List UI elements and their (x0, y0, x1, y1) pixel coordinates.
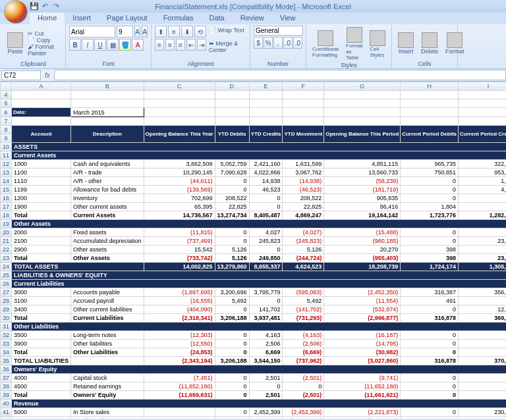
tab-insert[interactable]: Insert (65, 13, 99, 24)
select-all[interactable] (1, 82, 12, 91)
align-top-button[interactable]: ⬆ (155, 26, 167, 38)
tab-review[interactable]: Review (233, 13, 272, 24)
format-painter-button[interactable]: 🖌 Format Painter (28, 43, 62, 57)
tab-page-layout[interactable]: Page Layout (99, 13, 155, 24)
font-color-button[interactable]: A (132, 39, 144, 51)
quick-access-toolbar: 💾 ↶ ↷ (3, 1, 61, 11)
undo-icon[interactable]: ↶ (40, 1, 50, 11)
currency-button[interactable]: $ (254, 37, 263, 49)
col-header-H[interactable]: H (401, 82, 459, 91)
format-cells-button[interactable]: Format (443, 31, 467, 56)
copy-button[interactable]: 📄 Copy (28, 37, 62, 43)
redo-icon[interactable]: ↷ (51, 1, 61, 11)
col-header-E[interactable]: E (249, 82, 283, 91)
merge-button[interactable]: ⬌ Merge & Center (208, 39, 246, 55)
format-icon (447, 32, 463, 48)
grow-font-button[interactable]: A (134, 26, 140, 38)
col-header-C[interactable]: C (144, 82, 215, 91)
number-format-select[interactable] (254, 26, 303, 36)
conditional-formatting-button[interactable]: Conditional Formatting (310, 29, 341, 59)
italic-button[interactable]: I (82, 39, 94, 51)
delete-cells-button[interactable]: Delete (418, 31, 441, 56)
underline-button[interactable]: U (94, 39, 106, 51)
font-size-select[interactable] (117, 26, 133, 38)
delete-icon (422, 32, 437, 48)
section-header: Other Assets (12, 220, 506, 228)
section-header: Revenue (12, 400, 506, 408)
table-icon (347, 27, 362, 43)
align-middle-button[interactable]: ≡ (168, 26, 180, 38)
section-header: LIABILITIES & OWNERS' EQUITY (12, 271, 506, 280)
increase-decimal-button[interactable]: .0 (283, 37, 293, 49)
fx-icon[interactable]: fx (45, 72, 50, 79)
office-button[interactable] (4, 0, 28, 24)
insert-icon (398, 32, 414, 48)
align-bottom-button[interactable]: ⬇ (181, 26, 193, 38)
worksheet-grid[interactable]: ABCDEFGHIJK456Date:March 201578AccountDe… (0, 82, 506, 419)
paste-icon (7, 32, 23, 48)
indent-left-button[interactable]: ⇤ (186, 39, 196, 51)
row-header[interactable]: 7 (1, 117, 12, 126)
percent-button[interactable]: % (264, 37, 273, 49)
title-bar: 💾 ↶ ↷ FinancialStatement.xls [Compatibil… (0, 0, 506, 13)
col-header-A[interactable]: A (12, 82, 71, 91)
fill-color-button[interactable]: 🪣 (119, 39, 131, 51)
window-title: FinancialStatement.xls [Compatibility Mo… (155, 3, 351, 11)
section-header: ASSETS (12, 143, 506, 151)
paste-button[interactable]: Paste (5, 31, 26, 56)
ribbon-tabs: HomeInsertPage LayoutFormulasDataReviewV… (0, 13, 506, 24)
cell-styles-button[interactable]: Cell Styles (367, 29, 388, 59)
orientation-button[interactable]: ⟲ (194, 26, 206, 38)
align-center-button[interactable]: ≡ (165, 39, 175, 51)
date-value[interactable]: March 2015 (71, 108, 144, 117)
save-icon[interactable]: 💾 (29, 1, 39, 11)
col-header-D[interactable]: D (215, 82, 249, 91)
styles-icon (370, 30, 385, 46)
ribbon: Paste ✂ Cut 📄 Copy 🖌 Format Painter Clip… (0, 24, 506, 69)
align-right-button[interactable]: ≡ (176, 39, 185, 51)
section-header: Other Liabilities (12, 323, 506, 331)
cf-icon (318, 30, 333, 46)
comma-button[interactable]: , (273, 37, 283, 49)
border-button[interactable]: ▦ (107, 39, 119, 51)
section-header: Owners' Equity (12, 365, 506, 374)
tab-data[interactable]: Data (201, 13, 232, 24)
tab-view[interactable]: View (272, 13, 304, 24)
format-as-table-button[interactable]: Format as Table (343, 26, 365, 62)
shrink-font-button[interactable]: A (142, 26, 148, 38)
align-left-button[interactable]: ≡ (155, 39, 164, 51)
tab-home[interactable]: Home (30, 13, 65, 24)
decrease-decimal-button[interactable]: .0 (293, 37, 302, 49)
col-header-I[interactable]: I (459, 82, 506, 91)
col-header-G[interactable]: G (324, 82, 401, 91)
section-header: Current Assets (12, 151, 506, 160)
insert-cells-button[interactable]: Insert (395, 31, 416, 56)
row-header[interactable]: 6 (1, 108, 12, 117)
col-header-F[interactable]: F (283, 82, 324, 91)
name-box[interactable] (1, 70, 41, 80)
tab-formulas[interactable]: Formulas (155, 13, 202, 24)
indent-right-button[interactable]: ⇥ (197, 39, 206, 51)
date-label: Date: (12, 108, 71, 117)
cut-button[interactable]: ✂ Cut (28, 30, 62, 37)
bold-button[interactable]: B (69, 39, 81, 51)
row-header[interactable]: 4 (1, 91, 12, 99)
font-name-select[interactable] (69, 26, 115, 38)
section-header: Current Liabilities (12, 280, 506, 288)
formula-bar-row: fx (0, 69, 506, 82)
formula-bar[interactable] (54, 70, 506, 80)
row-header[interactable]: 5 (1, 99, 12, 108)
col-header-B[interactable]: B (71, 82, 144, 91)
wrap-text-button[interactable]: 📄 Wrap Text (208, 26, 246, 38)
